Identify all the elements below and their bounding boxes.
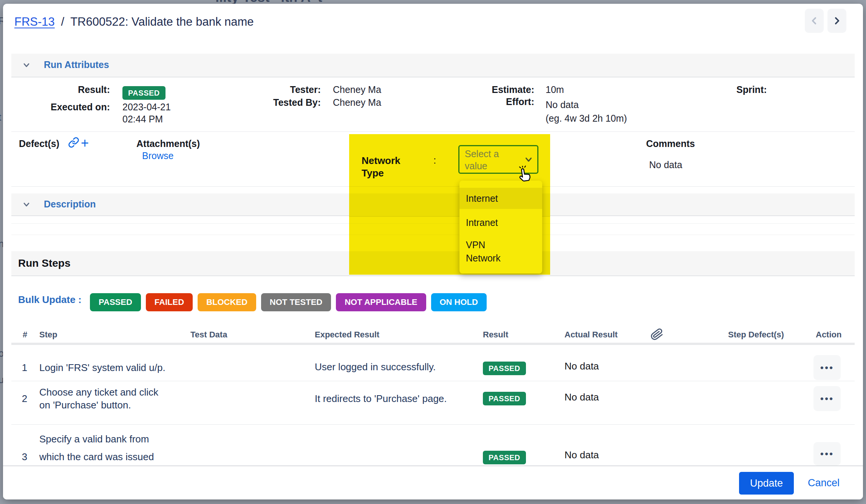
run-result-badge: PASSED (122, 86, 165, 100)
step-text: Login 'FRS' system valid u/p. (39, 362, 165, 374)
col-header-step: Step (39, 330, 57, 340)
clipped-background-text: R (0, 15, 3, 27)
select-placeholder-line2: value (465, 160, 499, 172)
estimate-value: 10m (546, 84, 564, 95)
dialog-title-row: FRS-13 / TR600522: Validate the bank nam… (14, 15, 254, 29)
estimate-label: Estimate: (445, 84, 534, 95)
network-type-colon: : (433, 155, 436, 166)
tested-by-label: Tested By: (232, 97, 321, 108)
tester-label: Tester: (232, 84, 321, 95)
tester-value: Cheney Ma (333, 84, 381, 95)
network-type-label-line2: Type (362, 167, 401, 179)
clipped-background-text: n (0, 238, 3, 250)
row-actions-button[interactable]: ••• (813, 442, 841, 465)
sprint-label: Sprint: (736, 84, 767, 95)
option-intranet[interactable]: Intranet (459, 216, 542, 229)
option-vpn-network[interactable]: VPN Network (459, 238, 542, 265)
executed-on-time: 02:44 PM (122, 114, 163, 125)
option-vpn-line1: VPN (466, 238, 501, 252)
run-attributes-section-header[interactable]: Run Attributes (11, 54, 855, 77)
bulk-passed-button[interactable]: PASSED (90, 293, 141, 311)
clipped-background-text: o (0, 348, 3, 359)
page-title: TR600522: Validate the bank name (70, 15, 254, 28)
network-type-label: Network Type (362, 155, 401, 179)
paperclip-icon (650, 327, 664, 342)
result-label: Result: (26, 84, 110, 95)
step-number: 1 (20, 362, 29, 374)
browse-attachments-link[interactable]: Browse (142, 150, 173, 161)
actual-result-text: No data (564, 360, 599, 372)
screen: ility Test ith A t R t n o u FRS-13 / TR… (0, 0, 866, 504)
option-internet[interactable]: Internet (459, 188, 542, 209)
step-number: 3 (20, 451, 29, 463)
breadcrumb-separator: / (61, 15, 64, 28)
section-title-run-attributes: Run Attributes (44, 59, 109, 70)
chevron-down-icon (524, 155, 534, 164)
network-type-label-line1: Network (362, 155, 401, 167)
col-header-action: Action (816, 330, 841, 340)
update-button[interactable]: Update (739, 472, 794, 495)
bulk-blocked-button[interactable]: BLOCKED (198, 293, 256, 311)
expected-result-text: User logged in successfully. (315, 361, 436, 373)
col-header-step-defects: Step Defect(s) (728, 330, 784, 340)
chevron-right-icon (832, 16, 842, 26)
bulk-on-hold-button[interactable]: ON HOLD (431, 293, 487, 311)
bulk-not-tested-button[interactable]: NOT TESTED (261, 293, 331, 311)
attachments-label: Attachment(s) (136, 138, 200, 149)
effort-label: Effort: (445, 96, 534, 107)
option-vpn-line2: Network (466, 252, 501, 265)
network-type-dropdown: Internet Intranet VPN Network (459, 181, 542, 274)
row-actions-button[interactable]: ••• (813, 386, 841, 411)
effort-hint: (eg. 4w 3d 2h 10m) (546, 113, 627, 124)
col-header-actual: Actual Result (564, 330, 618, 340)
comments-label: Comments (646, 138, 695, 149)
executed-on-label: Executed on: (26, 102, 110, 113)
section-title-description: Description (44, 199, 96, 210)
select-placeholder-line1: Select a (465, 148, 499, 160)
select-placeholder: Select a value (465, 148, 499, 172)
bulk-update-buttons: PASSED FAILED BLOCKED NOT TESTED NOT APP… (90, 293, 487, 311)
defects-label: Defect(s) (19, 138, 59, 149)
col-header-num: # (23, 330, 27, 340)
dialog-footer: Update Cancel (3, 465, 863, 499)
step-result-badge[interactable]: PASSED (483, 451, 526, 464)
step-text: Specify a valid bank from (39, 433, 149, 445)
comments-value: No data (649, 159, 682, 170)
add-defect-button[interactable]: + (81, 135, 89, 151)
next-run-button[interactable] (827, 9, 846, 33)
executed-on-date: 2023-04-21 (122, 102, 171, 113)
hand-pointer-icon (515, 164, 535, 184)
actual-result-text: No data (564, 391, 599, 403)
clipped-background-text: u (0, 374, 3, 386)
effort-value: No data (546, 99, 579, 110)
chevron-down-icon (22, 60, 31, 70)
test-run-dialog: FRS-13 / TR600522: Validate the bank nam… (3, 4, 863, 499)
divider (11, 131, 855, 132)
link-chain-icon[interactable] (68, 137, 79, 148)
divider (11, 381, 855, 381)
background-left-strip: R t n o u (0, 0, 3, 504)
col-header-test-data: Test Data (190, 330, 227, 340)
step-number: 2 (20, 393, 29, 405)
expected-result-text: It redirects to 'Purchase' page. (315, 393, 447, 405)
step-result-badge[interactable]: PASSED (483, 362, 526, 375)
col-header-result: Result (483, 330, 508, 340)
bulk-failed-button[interactable]: FAILED (146, 293, 193, 311)
tested-by-value: Cheney Ma (333, 97, 381, 108)
clipped-background-text: t (0, 111, 1, 123)
actual-result-text: No data (564, 449, 599, 461)
chevron-left-icon (809, 16, 819, 26)
prev-run-button[interactable] (805, 9, 824, 33)
background-page-strip: ility Test ith A t (0, 0, 866, 4)
bulk-not-applicable-button[interactable]: NOT APPLICABLE (336, 293, 426, 311)
step-text: which the card was issued (39, 451, 154, 463)
row-actions-button[interactable]: ••• (813, 355, 841, 380)
chevron-down-icon (22, 200, 31, 209)
step-text: Choose any ticket and click (39, 387, 158, 398)
col-header-expected: Expected Result (315, 330, 379, 340)
breadcrumb-test-case-link[interactable]: FRS-13 (14, 15, 55, 28)
clipped-background-heading: ility Test ith A t (215, 0, 322, 4)
cancel-button[interactable]: Cancel (808, 477, 840, 489)
step-result-badge[interactable]: PASSED (483, 392, 526, 405)
divider (11, 343, 855, 345)
